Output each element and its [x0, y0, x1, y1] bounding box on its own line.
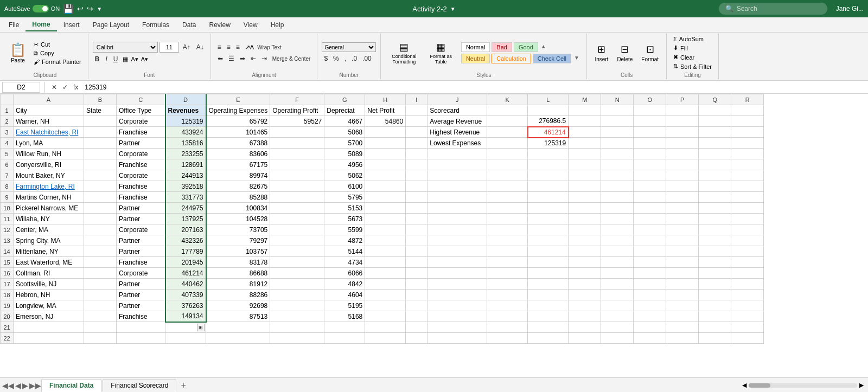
cell-q16[interactable] — [699, 268, 731, 279]
autofill-handle[interactable]: ⊞ — [197, 324, 205, 331]
tab-help[interactable]: Help — [264, 19, 291, 31]
paste-button[interactable]: 📋 Paste — [7, 40, 29, 66]
align-top-left[interactable]: ≡ — [215, 42, 224, 52]
cell-n5[interactable] — [601, 149, 634, 159]
cell-q8[interactable] — [699, 181, 731, 192]
cell-f22[interactable] — [270, 333, 324, 344]
cell-d13[interactable]: 432326 — [165, 235, 206, 246]
cell-f11[interactable] — [270, 214, 324, 224]
col-I[interactable]: I — [406, 94, 427, 105]
cell-o18[interactable] — [634, 290, 666, 300]
cell-l20[interactable] — [528, 311, 569, 322]
cell-i13[interactable] — [406, 235, 427, 246]
tab-insert[interactable]: Insert — [57, 19, 86, 31]
cell-g13[interactable]: 4872 — [324, 235, 365, 246]
cell-q17[interactable] — [699, 279, 731, 290]
align-left[interactable]: ⬅ — [215, 54, 225, 63]
cell-k10[interactable] — [487, 203, 528, 214]
cell-m10[interactable] — [569, 203, 601, 214]
cell-l17[interactable] — [528, 279, 569, 290]
cell-b14[interactable] — [84, 246, 117, 257]
cell-k2[interactable] — [487, 116, 528, 127]
cell-e3[interactable]: 101465 — [206, 127, 270, 138]
cell-g15[interactable]: 4734 — [324, 257, 365, 268]
cell-j11[interactable] — [427, 214, 487, 224]
cell-b9[interactable] — [84, 192, 117, 203]
col-Q[interactable]: Q — [699, 94, 731, 105]
cell-d1[interactable]: Revenues — [165, 105, 206, 116]
cell-e9[interactable]: 85288 — [206, 192, 270, 203]
cell-n2[interactable] — [601, 116, 634, 127]
autosave-toggle[interactable]: AutoSave ON — [4, 5, 60, 12]
cell-k12[interactable] — [487, 224, 528, 235]
insert-button[interactable]: ⊞ Insert — [591, 42, 611, 63]
cell-r11[interactable] — [731, 214, 764, 224]
angle-icon[interactable]: ↗A — [245, 44, 254, 51]
copy-button[interactable]: ⧉ Copy — [31, 49, 84, 57]
cell-l7[interactable] — [528, 170, 569, 181]
cell-c18[interactable]: Partner — [117, 290, 165, 300]
cell-q12[interactable] — [699, 224, 731, 235]
cell-g10[interactable]: 5153 — [324, 203, 365, 214]
wrap-text-button[interactable]: Wrap Text — [255, 43, 284, 52]
cell-n16[interactable] — [601, 268, 634, 279]
cell-f16[interactable] — [270, 268, 324, 279]
decrease-indent[interactable]: ⇤ — [248, 54, 258, 63]
cell-m21[interactable] — [569, 322, 601, 333]
cell-i20[interactable] — [406, 311, 427, 322]
tab-data[interactable]: Data — [176, 19, 202, 31]
format-painter-button[interactable]: 🖌 Format Painter — [31, 58, 84, 66]
cell-d12[interactable]: 207163 — [165, 224, 206, 235]
cell-k7[interactable] — [487, 170, 528, 181]
cell-p11[interactable] — [666, 214, 699, 224]
cell-g12[interactable]: 5599 — [324, 224, 365, 235]
quick-access-dropdown[interactable]: ▼ — [97, 6, 102, 12]
cell-n21[interactable] — [601, 322, 634, 333]
cell-p10[interactable] — [666, 203, 699, 214]
cell-k20[interactable] — [487, 311, 528, 322]
cell-c9[interactable]: Franchise — [117, 192, 165, 203]
cell-m2[interactable] — [569, 116, 601, 127]
cell-f9[interactable] — [270, 192, 324, 203]
cell-l8[interactable] — [528, 181, 569, 192]
cell-o14[interactable] — [634, 246, 666, 257]
decrease-decimal[interactable]: .0 — [349, 54, 359, 63]
number-format-select[interactable]: General — [322, 42, 376, 52]
cell-c20[interactable]: Franchise — [117, 311, 165, 322]
cell-f4[interactable] — [270, 138, 324, 149]
cell-m1[interactable] — [569, 105, 601, 116]
cell-r19[interactable] — [731, 300, 764, 311]
autosave-pill[interactable] — [33, 5, 49, 12]
cell-j16[interactable] — [427, 268, 487, 279]
cell-j21[interactable] — [427, 322, 487, 333]
cell-q9[interactable] — [699, 192, 731, 203]
cell-g6[interactable]: 4956 — [324, 159, 365, 170]
cell-j18[interactable] — [427, 290, 487, 300]
cell-m20[interactable] — [569, 311, 601, 322]
cell-c14[interactable]: Partner — [117, 246, 165, 257]
col-B[interactable]: B — [84, 94, 117, 105]
cell-a21[interactable] — [14, 322, 84, 333]
cell-b10[interactable] — [84, 203, 117, 214]
cell-p19[interactable] — [666, 300, 699, 311]
cell-p3[interactable] — [666, 127, 699, 138]
cell-h16[interactable] — [365, 268, 406, 279]
cell-h4[interactable] — [365, 138, 406, 149]
hscroll-left[interactable]: ◀ — [740, 382, 749, 389]
cell-g22[interactable] — [324, 333, 365, 344]
cell-f10[interactable] — [270, 203, 324, 214]
search-input[interactable] — [737, 5, 818, 12]
cell-b13[interactable] — [84, 235, 117, 246]
cell-e5[interactable]: 83606 — [206, 149, 270, 159]
cell-i5[interactable] — [406, 149, 427, 159]
cell-b7[interactable] — [84, 170, 117, 181]
cell-m3[interactable] — [569, 127, 601, 138]
cell-b4[interactable] — [84, 138, 117, 149]
cell-a2[interactable]: Warner, NH — [14, 116, 84, 127]
currency-button[interactable]: $ — [322, 54, 330, 63]
cell-a11[interactable]: Willaha, NY — [14, 214, 84, 224]
cell-g16[interactable]: 6066 — [324, 268, 365, 279]
cell-c13[interactable]: Partner — [117, 235, 165, 246]
cell-l2[interactable]: 276986.5 — [528, 116, 569, 127]
cell-r5[interactable] — [731, 149, 764, 159]
